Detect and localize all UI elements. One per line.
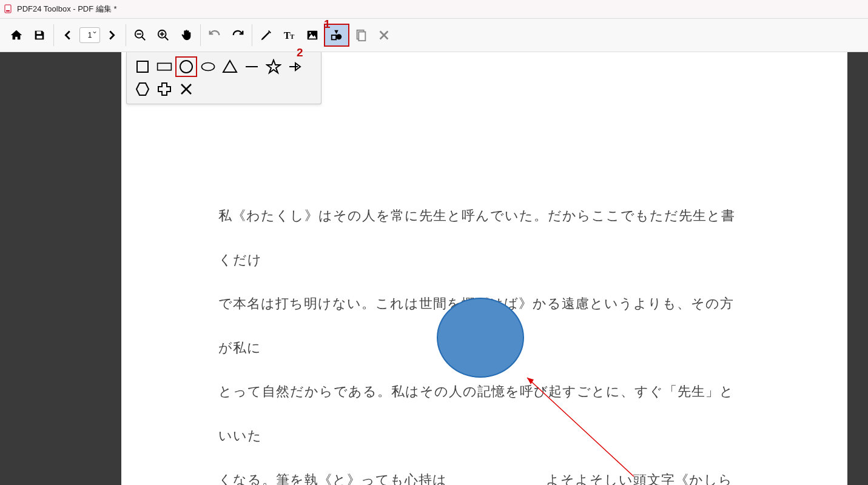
svg-rect-0 [5, 5, 11, 13]
shape-x-button[interactable] [175, 79, 197, 99]
shape-hexagon-button[interactable] [132, 79, 153, 99]
svg-marker-31 [267, 60, 280, 73]
page-canvas[interactable]: 私《わたくし》はその人を常に先生と呼んでいた。だからここでもただ先生と書くだけ … [121, 52, 847, 485]
window-title: PDF24 Toolbox - PDF 編集 * [17, 4, 116, 15]
shape-triangle-button[interactable] [219, 56, 241, 77]
separator [126, 24, 126, 46]
svg-rect-20 [358, 32, 365, 41]
page-number-value: 1 [88, 31, 92, 39]
svg-marker-33 [158, 83, 170, 95]
title-bar: PDF24 Toolbox - PDF 編集 * [0, 0, 868, 19]
separator [252, 24, 252, 46]
hand-pan-button[interactable] [175, 25, 198, 45]
svg-point-28 [201, 63, 214, 71]
pen-tool-button[interactable] [255, 25, 278, 45]
text-line: 私《わたくし》はその人を常に先生と呼んでいた。だからここでもただ先生と書くだけ [218, 194, 740, 282]
svg-marker-16 [334, 30, 338, 34]
separator [53, 24, 54, 46]
svg-rect-25 [137, 61, 148, 72]
annotation-number-2: 2 [297, 46, 303, 59]
shape-line-button[interactable] [241, 56, 263, 77]
shape-cross-button[interactable] [153, 79, 175, 99]
zoom-in-button[interactable] [152, 25, 175, 45]
previous-page-button[interactable] [56, 25, 79, 45]
shape-star-button[interactable] [263, 56, 284, 77]
shape-arrow-button[interactable] [284, 56, 306, 77]
svg-rect-1 [6, 10, 10, 12]
svg-point-17 [336, 34, 341, 39]
save-button[interactable] [28, 25, 51, 45]
svg-rect-18 [332, 35, 336, 39]
app-icon [4, 4, 13, 14]
page-number-select[interactable]: 1 [79, 27, 100, 43]
image-tool-button[interactable] [301, 25, 324, 45]
shapes-dropdown-panel [126, 52, 321, 104]
svg-marker-29 [223, 61, 237, 72]
inserted-circle-shape[interactable] [437, 298, 524, 378]
undo-button[interactable] [203, 25, 226, 45]
close-tool-button[interactable] [372, 25, 395, 45]
editor-workarea: 私《わたくし》はその人を常に先生と呼んでいた。だからここでもただ先生と書くだけ … [0, 52, 868, 485]
svg-rect-2 [36, 32, 41, 35]
shape-circle-button[interactable] [175, 56, 197, 77]
shape-rectangle-button[interactable] [153, 56, 175, 77]
annotation-number-1: 1 [324, 18, 331, 31]
svg-rect-3 [36, 36, 42, 39]
text-line: くなる。筆を執《と》っても心持は よそよそしい頭文字《かしらもじ》 [218, 458, 740, 485]
redo-button[interactable] [226, 25, 249, 45]
svg-point-27 [180, 61, 192, 73]
separator [200, 24, 201, 46]
shape-ellipse-button[interactable] [197, 56, 219, 77]
svg-text:T: T [290, 33, 295, 40]
page-ops-button[interactable] [349, 25, 372, 45]
next-page-button[interactable] [100, 25, 123, 45]
svg-point-15 [309, 32, 311, 34]
home-button[interactable] [5, 25, 28, 45]
text-tool-button[interactable]: TT [278, 25, 301, 45]
main-toolbar: 1 TT [0, 19, 868, 52]
svg-line-8 [165, 37, 169, 41]
svg-rect-26 [158, 64, 172, 70]
shape-square-button[interactable] [132, 56, 153, 77]
svg-line-5 [142, 37, 146, 41]
text-line: とって自然だからである。私はその人の記憶を呼び起すごとに、すぐ「先生」といいた [218, 370, 740, 458]
zoom-out-button[interactable] [129, 25, 152, 45]
svg-marker-32 [136, 83, 149, 95]
